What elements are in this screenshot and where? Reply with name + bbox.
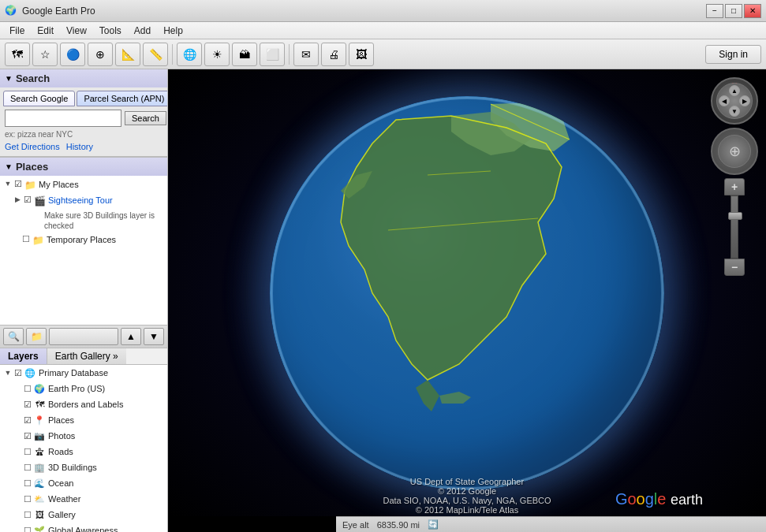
zoom-out-btn[interactable]: −	[724, 259, 745, 276]
photos-icon: 📷	[33, 430, 46, 442]
search-tab-google[interactable]: Search Google	[3, 91, 75, 106]
buildings-check[interactable]	[22, 463, 33, 473]
menu-view[interactable]: View	[60, 24, 93, 38]
photos-check[interactable]	[22, 431, 33, 441]
toolbar-poly-btn[interactable]: 🔵	[60, 43, 85, 66]
places-l-check[interactable]	[22, 415, 33, 426]
earth-pro-label: Earth Pro (US)	[48, 384, 164, 393]
maximize-button[interactable]: □	[725, 4, 742, 18]
search-section: ▼ Search Search Google Parcel Search (AP…	[0, 69, 167, 158]
primary-db-check[interactable]	[13, 368, 24, 378]
history-link[interactable]: History	[66, 142, 93, 151]
folder-places-btn[interactable]: 📁	[26, 328, 47, 345]
nav-west-btn[interactable]: ◀	[719, 95, 730, 106]
move-up-btn[interactable]: ▲	[121, 328, 141, 345]
sightseeing-sublabel-row: Make sure 3D Buildings layer is checked	[0, 209, 167, 233]
search-go-button[interactable]: Search	[125, 111, 166, 125]
menu-tools[interactable]: Tools	[93, 24, 128, 38]
app-icon: 🌍	[5, 5, 17, 17]
sightseeing-check[interactable]	[22, 195, 33, 205]
my-places-check[interactable]	[13, 179, 24, 189]
eye-alt-label: Eye alt	[342, 520, 369, 530]
zoom-thumb[interactable]	[728, 212, 742, 220]
toolbar-print-btn[interactable]: 🖨	[321, 43, 346, 66]
search-places-btn[interactable]: 🔍	[3, 328, 24, 345]
places-header[interactable]: ▼ Places	[0, 158, 167, 176]
earth-pro-check[interactable]	[22, 384, 33, 394]
toolbar-sun-btn[interactable]: ☀	[204, 43, 230, 66]
layer-roads[interactable]: 🛣 Roads	[0, 444, 167, 459]
sightseeing-sublabel: Make sure 3D Buildings layer is checked	[43, 210, 164, 231]
sightseeing-tour-row[interactable]: ▶ 🎬 Sightseeing Tour	[0, 193, 167, 209]
toolbar-globe-btn[interactable]: 🌐	[177, 43, 202, 66]
layer-earth-pro[interactable]: 🌍 Earth Pro (US)	[0, 381, 167, 396]
title-bar: 🌍 Google Earth Pro − □ ✕	[0, 0, 766, 22]
toolbar-square-btn[interactable]: ⬜	[260, 43, 285, 66]
nav-north-btn[interactable]: ▲	[729, 85, 740, 96]
toolbar-image-btn[interactable]: 🖼	[349, 43, 374, 66]
primary-db-icon: 🌐	[24, 366, 36, 379]
global-check[interactable]	[22, 526, 33, 533]
gallery-tab-label: Earth Gallery »	[55, 351, 118, 362]
spacer-btn	[49, 328, 118, 345]
signin-button[interactable]: Sign in	[705, 45, 761, 64]
my-places-folder-icon: 📁	[24, 179, 36, 192]
weather-check[interactable]	[22, 494, 33, 504]
layers-tab[interactable]: Layers	[0, 348, 47, 364]
layer-global-awareness[interactable]: 🌱 Global Awareness	[0, 523, 167, 532]
layer-weather[interactable]: ⛅ Weather	[0, 491, 167, 507]
tilt-inner[interactable]: ⊕	[718, 135, 751, 168]
search-tab-parcel[interactable]: Parcel Search (APN)	[77, 91, 168, 106]
search-input-row: Search	[0, 106, 167, 130]
layer-gallery[interactable]: 🖼 Gallery	[0, 507, 167, 523]
toolbar-ruler-btn[interactable]: 📏	[143, 43, 168, 66]
close-button[interactable]: ✕	[744, 4, 761, 18]
nav-east-btn[interactable]: ▶	[739, 95, 750, 106]
toolbar-measure-btn[interactable]: 📐	[115, 43, 140, 66]
sightseeing-label: Sightseeing Tour	[48, 195, 164, 206]
layer-photos[interactable]: 📷 Photos	[0, 428, 167, 444]
nav-south-btn[interactable]: ▼	[729, 106, 740, 117]
ocean-check[interactable]	[22, 478, 33, 489]
menu-help[interactable]: Help	[157, 24, 189, 38]
places-collapse-arrow: ▼	[5, 162, 13, 171]
gallery-check[interactable]	[22, 510, 33, 520]
search-header[interactable]: ▼ Search	[0, 69, 167, 87]
globe[interactable]	[270, 96, 664, 490]
roads-check[interactable]	[22, 447, 33, 457]
toolbar-map-btn[interactable]: 🗺	[5, 43, 30, 66]
menu-file[interactable]: File	[3, 24, 31, 38]
toolbar-pin-btn[interactable]: ☆	[32, 43, 58, 66]
zoom-in-btn[interactable]: +	[724, 178, 745, 195]
compass-ring[interactable]: ▲ ▼ ◀ ▶	[716, 83, 753, 119]
streaming-icon: 🔄	[428, 519, 439, 530]
menu-edit[interactable]: Edit	[31, 24, 60, 38]
layer-ocean[interactable]: 🌊 Ocean	[0, 475, 167, 491]
layer-borders[interactable]: 🗺 Borders and Labels	[0, 396, 167, 412]
places-l-icon: 📍	[33, 414, 46, 426]
toolbar-terrain-btn[interactable]: 🏔	[232, 43, 257, 66]
move-down-btn[interactable]: ▼	[144, 328, 164, 345]
main-layout: ▼ Search Search Google Parcel Search (AP…	[0, 69, 766, 532]
search-input[interactable]	[5, 110, 121, 127]
map-area[interactable]: US Dept of State Geographer © 2012 Googl…	[168, 69, 766, 532]
compass[interactable]: N ▲ ▼ ◀ ▶	[711, 77, 758, 125]
get-directions-link[interactable]: Get Directions	[5, 142, 60, 151]
temporary-places-row[interactable]: 📁 Temporary Places	[0, 233, 167, 248]
weather-label: Weather	[48, 494, 164, 504]
layer-3d-buildings[interactable]: 🏢 3D Buildings	[0, 459, 167, 475]
earth-gallery-tab[interactable]: Earth Gallery »	[47, 348, 126, 364]
toolbar-path-btn[interactable]: ⊕	[88, 43, 113, 66]
layer-places[interactable]: 📍 Places	[0, 412, 167, 428]
primary-db-label: Primary Database	[39, 368, 164, 378]
weather-icon: ⛅	[33, 493, 46, 505]
tilt-control[interactable]: ⊕	[711, 128, 758, 175]
menu-add[interactable]: Add	[128, 24, 157, 38]
layer-primary-db[interactable]: ▼ 🌐 Primary Database	[0, 365, 167, 381]
minimize-button[interactable]: −	[706, 4, 723, 18]
my-places-row[interactable]: ▼ 📁 My Places	[0, 177, 167, 193]
borders-check[interactable]	[22, 400, 33, 410]
tmp-places-check[interactable]	[21, 234, 32, 244]
zoom-slider[interactable]	[731, 195, 738, 259]
toolbar-email-btn[interactable]: ✉	[293, 43, 319, 66]
